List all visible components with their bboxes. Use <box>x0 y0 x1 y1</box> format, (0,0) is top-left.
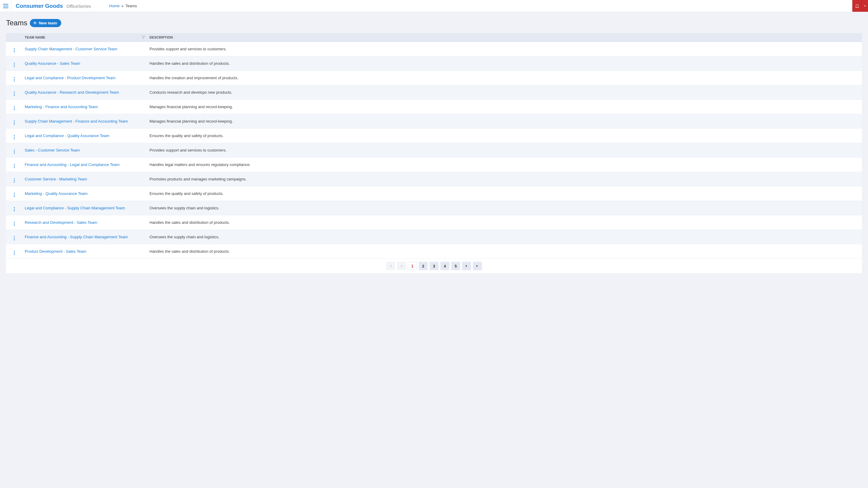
page-last-button[interactable] <box>473 262 482 270</box>
chevron-left-icon <box>400 264 403 268</box>
team-name-cell: Sales - Customer Service Team <box>23 143 148 158</box>
row-actions-menu[interactable] <box>14 207 15 212</box>
team-name-cell: Finance and Accounting - Legal and Compl… <box>23 158 148 172</box>
page-title: Teams <box>6 19 27 27</box>
user-menu-toggle[interactable] <box>861 0 868 12</box>
column-header-description[interactable]: Description <box>148 33 862 42</box>
brand-secondary: OfficeSeries <box>67 4 91 9</box>
row-actions-cell <box>6 172 23 187</box>
row-actions-menu[interactable] <box>14 251 15 255</box>
team-link[interactable]: Quality Assurance - Sales Team <box>25 61 80 66</box>
page-number-button[interactable]: 1 <box>408 262 417 270</box>
table-row: Finance and Accounting - Legal and Compl… <box>6 158 862 172</box>
team-link[interactable]: Sales - Customer Service Team <box>25 148 80 153</box>
row-actions-menu[interactable] <box>14 92 15 96</box>
page-first-button[interactable] <box>386 262 395 270</box>
row-actions-menu[interactable] <box>14 48 15 53</box>
team-link[interactable]: Legal and Compliance - Product Developme… <box>25 76 116 80</box>
team-name-cell: Legal and Compliance - Product Developme… <box>23 71 148 85</box>
last-page-icon <box>475 264 479 268</box>
table-row: Quality Assurance - Sales TeamHandles th… <box>6 56 862 71</box>
team-name-cell: Supply Chain Management - Customer Servi… <box>23 42 148 56</box>
row-actions-menu[interactable] <box>14 63 15 67</box>
team-link[interactable]: Research and Development - Sales Team <box>25 220 97 225</box>
row-actions-menu[interactable] <box>14 121 15 125</box>
first-page-icon <box>389 264 393 268</box>
caret-down-icon <box>864 5 866 7</box>
menu-toggle-button[interactable] <box>0 0 11 12</box>
team-link[interactable]: Marketing - Quality Assurance Team <box>25 191 88 196</box>
team-link[interactable]: Quality Assurance - Research and Develop… <box>25 90 119 95</box>
page-number-button[interactable]: 4 <box>440 262 450 270</box>
column-header-team-name[interactable]: Team Name <box>23 33 148 42</box>
row-actions-menu[interactable] <box>14 135 15 139</box>
row-actions-menu[interactable] <box>14 106 15 110</box>
table-row: Customer Service - Marketing TeamPromote… <box>6 172 862 187</box>
teams-table: Team Name Description Supply Chain Manag… <box>6 33 862 259</box>
table-row: Finance and Accounting - Supply Chain Ma… <box>6 230 862 244</box>
row-actions-menu[interactable] <box>14 164 15 168</box>
row-actions-menu[interactable] <box>14 150 15 154</box>
plus-icon <box>33 21 37 25</box>
team-link[interactable]: Legal and Compliance - Supply Chain Mana… <box>25 206 125 210</box>
team-description-cell: Handles the sales and distribution of pr… <box>148 216 862 230</box>
table-row: Research and Development - Sales TeamHan… <box>6 216 862 230</box>
table-row: Supply Chain Management - Customer Servi… <box>6 42 862 56</box>
row-actions-cell <box>6 100 23 114</box>
row-actions-menu[interactable] <box>14 193 15 197</box>
row-actions-cell <box>6 85 23 100</box>
brand-primary: Consumer Goods <box>16 3 63 9</box>
team-link[interactable]: Product Development - Sales Team <box>25 249 86 254</box>
team-name-cell: Legal and Compliance - Quality Assurance… <box>23 129 148 143</box>
row-actions-cell <box>6 42 23 56</box>
table-row: Marketing - Quality Assurance TeamEnsure… <box>6 187 862 201</box>
row-actions-menu[interactable] <box>14 236 15 240</box>
team-description-cell: Provides support and services to custome… <box>148 42 862 56</box>
pagination: 12345 <box>6 259 862 273</box>
team-name-cell: Marketing - Finance and Accounting Team <box>23 100 148 114</box>
team-name-cell: Research and Development - Sales Team <box>23 216 148 230</box>
team-name-cell: Legal and Compliance - Supply Chain Mana… <box>23 201 148 216</box>
team-link[interactable]: Legal and Compliance - Quality Assurance… <box>25 133 110 138</box>
team-link[interactable]: Finance and Accounting - Supply Chain Ma… <box>25 235 128 239</box>
app-header: Consumer Goods OfficeSeries Home » Teams <box>0 0 868 12</box>
page-number-button[interactable]: 3 <box>430 262 438 270</box>
row-actions-cell <box>6 230 23 244</box>
bell-icon <box>855 4 860 8</box>
row-actions-menu[interactable] <box>14 222 15 226</box>
team-link[interactable]: Supply Chain Management - Finance and Ac… <box>25 119 128 124</box>
team-link[interactable]: Customer Service - Marketing Team <box>25 177 87 181</box>
team-link[interactable]: Finance and Accounting - Legal and Compl… <box>25 162 120 167</box>
team-name-cell: Quality Assurance - Research and Develop… <box>23 85 148 100</box>
filter-icon[interactable] <box>142 36 145 39</box>
table-row: Sales - Customer Service TeamProvides su… <box>6 143 862 158</box>
row-actions-cell <box>6 71 23 85</box>
team-link[interactable]: Marketing - Finance and Accounting Team <box>25 104 98 109</box>
team-name-cell: Marketing - Quality Assurance Team <box>23 187 148 201</box>
new-team-button[interactable]: New team <box>30 19 61 27</box>
row-actions-cell <box>6 129 23 143</box>
team-description-cell: Oversees the supply chain and logistics. <box>148 230 862 244</box>
team-description-cell: Handles the sales and distribution of pr… <box>148 244 862 259</box>
team-description-cell: Handles legal matters and ensures regula… <box>148 158 862 172</box>
page-number-button[interactable]: 5 <box>451 262 460 270</box>
row-actions-cell <box>6 201 23 216</box>
page-next-button[interactable] <box>462 262 471 270</box>
row-actions-cell <box>6 158 23 172</box>
row-actions-menu[interactable] <box>14 77 15 82</box>
team-link[interactable]: Supply Chain Management - Customer Servi… <box>25 47 117 51</box>
row-actions-cell <box>6 216 23 230</box>
breadcrumb-home-link[interactable]: Home <box>109 4 120 8</box>
breadcrumb-current: Teams <box>125 4 137 8</box>
notifications-button[interactable] <box>852 0 861 12</box>
breadcrumb-separator: » <box>121 4 124 8</box>
team-name-cell: Customer Service - Marketing Team <box>23 172 148 187</box>
team-description-cell: Conducts research and develops new produ… <box>148 85 862 100</box>
page-prev-button[interactable] <box>397 262 406 270</box>
page-number-button[interactable]: 2 <box>418 262 428 270</box>
team-description-cell: Manages financial planning and record-ke… <box>148 114 862 129</box>
table-row: Product Development - Sales TeamHandles … <box>6 244 862 259</box>
team-description-cell: Provides support and services to custome… <box>148 143 862 158</box>
row-actions-menu[interactable] <box>14 178 15 183</box>
team-name-cell: Product Development - Sales Team <box>23 244 148 259</box>
